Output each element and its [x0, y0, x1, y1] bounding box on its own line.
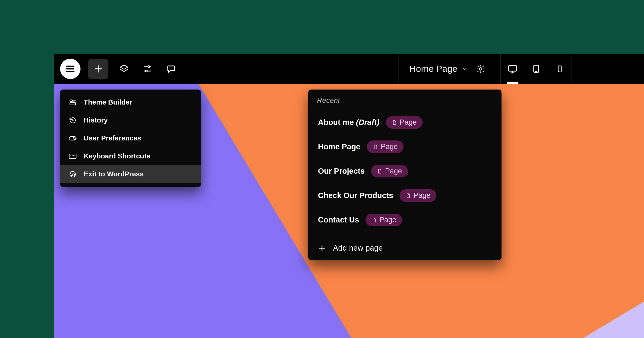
sliders-icon: [142, 64, 153, 74]
menu-item-keyboard-shortcuts[interactable]: Keyboard Shortcuts: [60, 147, 201, 165]
settings-sliders-button[interactable]: [140, 61, 156, 77]
svg-point-26: [72, 155, 72, 156]
chat-icon: [166, 64, 176, 74]
gear-icon: [476, 64, 485, 74]
theme-builder-icon: [69, 98, 77, 106]
topbar-end-spacer: [572, 54, 644, 84]
menu-item-label: Keyboard Shortcuts: [84, 152, 151, 160]
history-icon: [69, 116, 77, 124]
tablet-icon: [531, 64, 541, 74]
device-tablet-button[interactable]: [524, 54, 548, 84]
page-badge: Page: [400, 189, 436, 202]
plus-icon: [93, 64, 103, 74]
page-selector[interactable]: Home Page: [398, 54, 500, 84]
svg-point-10: [479, 68, 482, 70]
svg-rect-22: [69, 136, 76, 140]
recent-item-check-products[interactable]: Check Our Products Page: [308, 183, 502, 208]
recent-item-title: Contact Us: [318, 216, 359, 224]
recent-item-about-me[interactable]: About me (Draft) Page: [308, 110, 502, 135]
svg-point-27: [73, 155, 74, 156]
topbar: Home Page: [54, 54, 644, 84]
menu-item-label: Exit to WordPress: [84, 170, 144, 178]
menu-item-history[interactable]: History: [60, 111, 201, 129]
recent-item-suffix: (Draft): [356, 118, 379, 127]
page-badge-label: Page: [379, 216, 396, 224]
menu-item-label: Theme Builder: [84, 98, 132, 106]
desktop-icon: [507, 64, 518, 74]
page-badge-label: Page: [381, 143, 398, 151]
menu-item-theme-builder[interactable]: Theme Builder: [60, 93, 201, 111]
editor-window: Home Page: [54, 54, 644, 338]
page-badge-label: Page: [400, 118, 417, 127]
hamburger-icon: [65, 64, 76, 74]
svg-rect-21: [70, 103, 76, 105]
keyboard-icon: [69, 152, 77, 160]
svg-rect-24: [69, 154, 76, 158]
topbar-left: [54, 54, 179, 84]
recent-item-title: Home Page: [318, 142, 360, 151]
layers-button[interactable]: [116, 61, 132, 77]
recent-pages-dropdown: Recent About me (Draft) Page: [308, 90, 502, 260]
recent-header: Recent: [308, 90, 502, 108]
recent-item-title: Our Projects: [318, 167, 365, 176]
page-badge-label: Page: [414, 191, 430, 200]
device-desktop-button[interactable]: [501, 54, 524, 84]
svg-marker-5: [120, 65, 128, 69]
add-element-button[interactable]: [88, 59, 108, 79]
page-icon: [371, 217, 377, 223]
menu-item-label: History: [84, 116, 108, 124]
svg-point-9: [145, 70, 147, 72]
page-badge: Page: [367, 140, 404, 153]
add-new-page-button[interactable]: Add new page: [308, 236, 502, 260]
svg-point-7: [148, 66, 150, 68]
menu-item-exit-wordpress[interactable]: Exit to WordPress: [60, 165, 201, 183]
add-new-page-label: Add new page: [333, 244, 383, 252]
recent-item-title: About me (Draft): [318, 118, 379, 127]
topbar-spacer: [179, 54, 398, 84]
svg-rect-18: [70, 100, 72, 101]
svg-point-28: [75, 155, 75, 156]
device-switcher: [500, 54, 572, 84]
svg-point-25: [71, 155, 71, 156]
page-badge-label: Page: [385, 167, 402, 175]
wordpress-icon: [69, 170, 77, 178]
recent-list: About me (Draft) Page Home Page: [308, 108, 502, 236]
page-settings-button[interactable]: [472, 64, 491, 74]
page-icon: [392, 119, 397, 126]
layers-icon: [119, 64, 129, 74]
plus-icon: [318, 244, 326, 252]
recent-item-home-page[interactable]: Home Page Page: [308, 135, 502, 159]
svg-rect-11: [508, 66, 517, 71]
page-badge: Page: [365, 214, 402, 226]
menu-item-label: User Preferences: [84, 134, 141, 142]
toggle-icon: [69, 134, 77, 142]
comments-button[interactable]: [163, 61, 179, 77]
recent-item-our-projects[interactable]: Our Projects Page: [308, 159, 502, 183]
page-icon: [373, 144, 378, 150]
device-mobile-button[interactable]: [548, 54, 572, 84]
chevron-down-icon: [462, 66, 468, 72]
page-badge: Page: [371, 165, 408, 177]
current-page-title: Home Page: [409, 64, 458, 74]
svg-point-23: [73, 137, 75, 139]
main-menu-dropdown: Theme Builder History User Preferences: [60, 90, 201, 187]
page-icon: [405, 192, 411, 199]
mobile-icon: [556, 64, 564, 74]
recent-item-title-text: About me: [318, 118, 354, 127]
page-badge: Page: [386, 116, 423, 129]
menu-item-user-preferences[interactable]: User Preferences: [60, 129, 201, 147]
recent-item-title: Check Our Products: [318, 191, 393, 200]
page-icon: [377, 168, 382, 174]
recent-item-contact-us[interactable]: Contact Us Page: [308, 208, 502, 232]
main-menu-button[interactable]: [60, 59, 80, 79]
